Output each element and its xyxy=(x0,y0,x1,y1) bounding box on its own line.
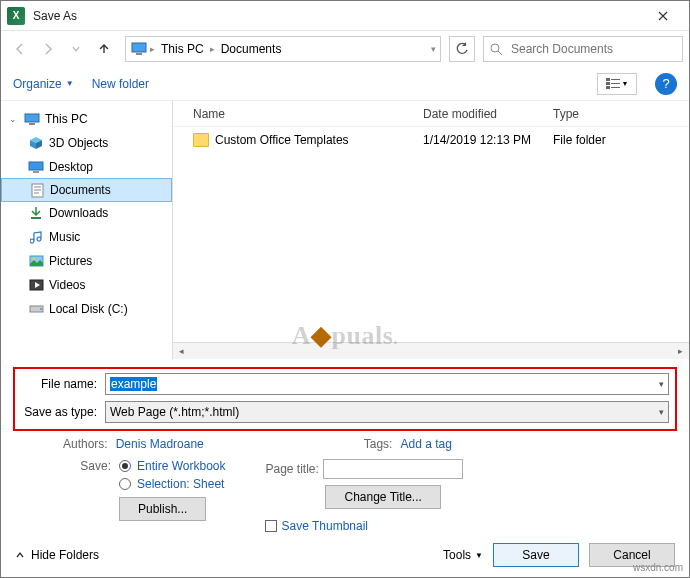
chevron-down-icon: ▼ xyxy=(66,79,74,88)
radio-workbook-label: Entire Workbook xyxy=(137,459,225,473)
drive-icon xyxy=(27,304,45,314)
filename-input[interactable]: example ▾ xyxy=(105,373,669,395)
svg-rect-3 xyxy=(606,78,610,81)
chevron-up-icon xyxy=(15,550,25,560)
tree-item-videos[interactable]: Videos xyxy=(1,273,172,297)
chevron-down-icon[interactable]: ▾ xyxy=(431,44,436,54)
cube-icon xyxy=(27,136,45,150)
svg-rect-14 xyxy=(31,217,41,219)
tree-item-label: Music xyxy=(49,230,80,244)
chevron-down-icon: ⌄ xyxy=(7,114,19,124)
tools-label: Tools xyxy=(443,548,471,562)
desktop-icon xyxy=(27,161,45,174)
tree-item-local-disk[interactable]: Local Disk (C:) xyxy=(1,297,172,321)
breadcrumb-folder[interactable]: Documents xyxy=(217,42,286,56)
chevron-right-icon: ▸ xyxy=(150,44,155,54)
tree-item-documents[interactable]: Documents xyxy=(1,178,172,202)
downloads-icon xyxy=(27,206,45,220)
svg-point-19 xyxy=(40,308,42,310)
tree-item-label: Videos xyxy=(49,278,85,292)
highlighted-fields: File name: example ▾ Save as type: Web P… xyxy=(13,367,677,431)
chevron-down-icon: ▼ xyxy=(622,80,629,87)
help-icon: ? xyxy=(662,76,669,91)
authors-label: Authors: xyxy=(63,437,108,451)
tree-item-label: Local Disk (C:) xyxy=(49,302,128,316)
chevron-down-icon[interactable]: ▾ xyxy=(659,379,664,389)
chevron-right-icon: ▸ xyxy=(210,44,215,54)
tree-item-desktop[interactable]: Desktop xyxy=(1,155,172,179)
breadcrumb-root[interactable]: This PC xyxy=(157,42,208,56)
tree-item-music[interactable]: Music xyxy=(1,225,172,249)
column-type[interactable]: Type xyxy=(553,107,689,121)
tree-root-label: This PC xyxy=(45,112,88,126)
organize-menu[interactable]: Organize ▼ xyxy=(13,77,74,91)
refresh-button[interactable] xyxy=(449,36,475,62)
search-box[interactable] xyxy=(483,36,683,62)
music-icon xyxy=(27,230,45,244)
videos-icon xyxy=(27,279,45,291)
file-type: File folder xyxy=(553,133,689,147)
save-thumbnail-label: Save Thumbnail xyxy=(281,519,368,533)
publish-button[interactable]: Publish... xyxy=(119,497,206,521)
svg-rect-7 xyxy=(611,83,620,84)
radio-icon xyxy=(119,478,131,490)
arrow-up-icon xyxy=(97,42,111,56)
folder-icon xyxy=(193,133,209,147)
corner-watermark: wsxdn.com xyxy=(633,562,683,573)
tree-item-label: Downloads xyxy=(49,206,108,220)
footer: Hide Folders Tools ▼ Save Cancel xyxy=(1,533,689,577)
chevron-down-icon xyxy=(71,44,81,54)
organize-label: Organize xyxy=(13,77,62,91)
search-icon xyxy=(490,43,503,56)
horizontal-scrollbar[interactable]: ◂ ▸ xyxy=(173,342,689,359)
new-folder-button[interactable]: New folder xyxy=(92,77,149,91)
change-title-button[interactable]: Change Title... xyxy=(325,485,440,509)
help-button[interactable]: ? xyxy=(655,73,677,95)
forward-button[interactable] xyxy=(35,36,61,62)
tags-value[interactable]: Add a tag xyxy=(400,437,451,451)
close-button[interactable] xyxy=(643,2,683,30)
tree-item-pictures[interactable]: Pictures xyxy=(1,249,172,273)
up-button[interactable] xyxy=(91,36,117,62)
back-button[interactable] xyxy=(7,36,33,62)
svg-rect-9 xyxy=(25,114,39,122)
tags-label: Tags: xyxy=(364,437,393,451)
scroll-left-icon[interactable]: ◂ xyxy=(173,343,190,360)
chevron-down-icon[interactable]: ▾ xyxy=(659,407,664,417)
recent-dropdown[interactable] xyxy=(63,36,89,62)
titlebar: X Save As xyxy=(1,1,689,31)
radio-icon xyxy=(119,460,131,472)
tree-root[interactable]: ⌄ This PC xyxy=(1,107,172,131)
form-area: File name: example ▾ Save as type: Web P… xyxy=(1,359,689,533)
radio-entire-workbook[interactable]: Entire Workbook xyxy=(119,459,225,473)
hide-folders-toggle[interactable]: Hide Folders xyxy=(15,548,99,562)
column-name[interactable]: Name xyxy=(173,107,423,121)
close-icon xyxy=(658,11,668,21)
save-as-type-select[interactable]: Web Page (*.htm;*.html) ▾ xyxy=(105,401,669,423)
breadcrumb[interactable]: ▸ This PC ▸ Documents ▾ xyxy=(125,36,441,62)
arrow-left-icon xyxy=(13,42,27,56)
tree-item-downloads[interactable]: Downloads xyxy=(1,201,172,225)
save-thumbnail-checkbox[interactable] xyxy=(265,520,277,532)
column-date[interactable]: Date modified xyxy=(423,107,553,121)
view-mode-button[interactable]: ▼ xyxy=(597,73,637,95)
documents-icon xyxy=(28,183,46,198)
list-item[interactable]: Custom Office Templates 1/14/2019 12:13 … xyxy=(173,127,689,153)
save-as-type-label: Save as type: xyxy=(21,405,105,419)
save-button[interactable]: Save xyxy=(493,543,579,567)
svg-rect-0 xyxy=(132,43,146,52)
folder-tree[interactable]: ⌄ This PC 3D Objects Desktop Documents D… xyxy=(1,101,173,359)
page-title-input[interactable] xyxy=(323,459,463,479)
svg-rect-5 xyxy=(606,86,610,89)
tools-menu[interactable]: Tools ▼ xyxy=(443,548,483,562)
file-name: Custom Office Templates xyxy=(215,133,349,147)
list-header: Name Date modified Type xyxy=(173,101,689,127)
arrow-right-icon xyxy=(41,42,55,56)
authors-value[interactable]: Denis Madroane xyxy=(116,437,204,451)
window-title: Save As xyxy=(33,9,77,23)
scroll-right-icon[interactable]: ▸ xyxy=(672,343,689,360)
radio-selection-sheet[interactable]: Selection: Sheet xyxy=(119,477,224,491)
tree-item-3d-objects[interactable]: 3D Objects xyxy=(1,131,172,155)
metadata-row: Authors:Denis Madroane Tags:Add a tag xyxy=(13,437,677,451)
search-input[interactable] xyxy=(509,41,676,57)
